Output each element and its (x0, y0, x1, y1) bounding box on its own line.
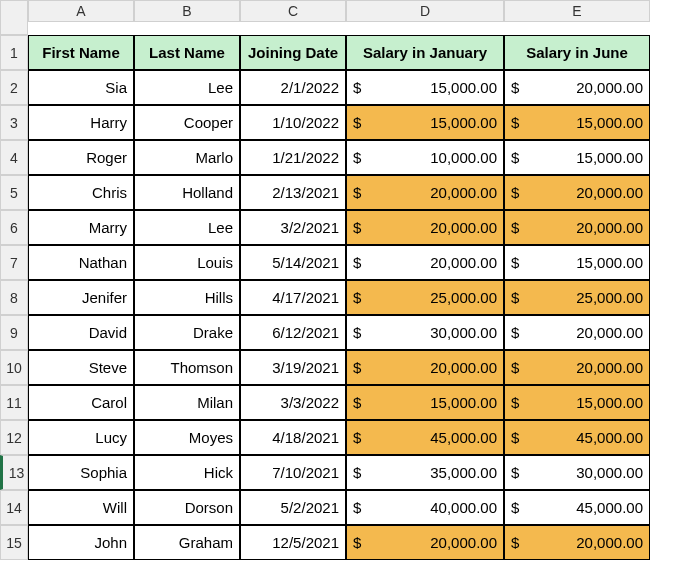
cell-saljan[interactable]: $20,000.00 (346, 525, 504, 560)
salary-value: 20,000.00 (576, 79, 643, 96)
col-header-A[interactable]: A (28, 0, 134, 22)
row-header-6[interactable]: 6 (0, 210, 28, 245)
row-header-14[interactable]: 14 (0, 490, 28, 525)
cell-joindate[interactable]: 3/3/2022 (240, 385, 346, 420)
row-header-11[interactable]: 11 (0, 385, 28, 420)
cell-joindate[interactable]: 4/18/2021 (240, 420, 346, 455)
cell-saljan[interactable]: $15,000.00 (346, 385, 504, 420)
cell-lastname[interactable]: Hick (134, 455, 240, 490)
cell-firstname[interactable]: Carol (28, 385, 134, 420)
cell-joindate[interactable]: 4/17/2021 (240, 280, 346, 315)
currency-symbol: $ (511, 534, 519, 551)
cell-joindate[interactable]: 12/5/2021 (240, 525, 346, 560)
row-header-1[interactable]: 1 (0, 35, 28, 70)
cell-saljun[interactable]: $15,000.00 (504, 245, 650, 280)
cell-joindate[interactable]: 5/14/2021 (240, 245, 346, 280)
col-header-C[interactable]: C (240, 0, 346, 22)
row-header-5[interactable]: 5 (0, 175, 28, 210)
cell-lastname[interactable]: Dorson (134, 490, 240, 525)
cell-firstname[interactable]: Chris (28, 175, 134, 210)
cell-saljan[interactable]: $15,000.00 (346, 105, 504, 140)
row-header-13[interactable]: 13 (0, 455, 28, 490)
cell-lastname[interactable]: Marlo (134, 140, 240, 175)
cell-saljan[interactable]: $20,000.00 (346, 210, 504, 245)
cell-saljun[interactable]: $20,000.00 (504, 210, 650, 245)
cell-firstname[interactable]: Marry (28, 210, 134, 245)
row-header-2[interactable]: 2 (0, 70, 28, 105)
cell-saljan[interactable]: $45,000.00 (346, 420, 504, 455)
cell-firstname[interactable]: Jenifer (28, 280, 134, 315)
cell-firstname[interactable]: Roger (28, 140, 134, 175)
cell-saljun[interactable]: $20,000.00 (504, 70, 650, 105)
header-joindate: Joining Date (240, 35, 346, 70)
col-header-D[interactable]: D (346, 0, 504, 22)
row-header-3[interactable]: 3 (0, 105, 28, 140)
cell-joindate[interactable]: 2/13/2021 (240, 175, 346, 210)
cell-firstname[interactable]: Sia (28, 70, 134, 105)
cell-saljan[interactable]: $25,000.00 (346, 280, 504, 315)
cell-joindate[interactable]: 5/2/2021 (240, 490, 346, 525)
cell-firstname[interactable]: Sophia (28, 455, 134, 490)
cell-firstname[interactable]: Nathan (28, 245, 134, 280)
cell-saljun[interactable]: $30,000.00 (504, 455, 650, 490)
cell-saljan[interactable]: $20,000.00 (346, 245, 504, 280)
cell-firstname[interactable]: Harry (28, 105, 134, 140)
cell-firstname[interactable]: Lucy (28, 420, 134, 455)
col-header-B[interactable]: B (134, 0, 240, 22)
cell-saljan[interactable]: $15,000.00 (346, 70, 504, 105)
cell-saljun[interactable]: $25,000.00 (504, 280, 650, 315)
cell-saljan[interactable]: $40,000.00 (346, 490, 504, 525)
row-header-8[interactable]: 8 (0, 280, 28, 315)
cell-lastname[interactable]: Drake (134, 315, 240, 350)
cell-lastname[interactable]: Moyes (134, 420, 240, 455)
cell-saljan[interactable]: $10,000.00 (346, 140, 504, 175)
cell-saljun[interactable]: $15,000.00 (504, 140, 650, 175)
cell-saljun[interactable]: $20,000.00 (504, 315, 650, 350)
cell-saljun[interactable]: $45,000.00 (504, 490, 650, 525)
cell-joindate[interactable]: 7/10/2021 (240, 455, 346, 490)
cell-saljun[interactable]: $15,000.00 (504, 385, 650, 420)
cell-saljun[interactable]: $15,000.00 (504, 105, 650, 140)
cell-joindate[interactable]: 1/10/2022 (240, 105, 346, 140)
salary-value: 30,000.00 (430, 324, 497, 341)
cell-lastname[interactable]: Graham (134, 525, 240, 560)
row-header-10[interactable]: 10 (0, 350, 28, 385)
col-header-E[interactable]: E (504, 0, 650, 22)
currency-symbol: $ (511, 429, 519, 446)
cell-lastname[interactable]: Thomson (134, 350, 240, 385)
cell-lastname[interactable]: Lee (134, 210, 240, 245)
cell-firstname[interactable]: Steve (28, 350, 134, 385)
cell-joindate[interactable]: 6/12/2021 (240, 315, 346, 350)
cell-saljan[interactable]: $30,000.00 (346, 315, 504, 350)
cell-saljun[interactable]: $20,000.00 (504, 350, 650, 385)
salary-value: 35,000.00 (430, 464, 497, 481)
cell-saljun[interactable]: $20,000.00 (504, 175, 650, 210)
cell-joindate[interactable]: 3/2/2021 (240, 210, 346, 245)
cell-saljun[interactable]: $45,000.00 (504, 420, 650, 455)
cell-saljan[interactable]: $35,000.00 (346, 455, 504, 490)
spreadsheet[interactable]: ABCDE1First NameLast NameJoining DateSal… (0, 0, 673, 560)
cell-lastname[interactable]: Hills (134, 280, 240, 315)
cell-joindate[interactable]: 2/1/2022 (240, 70, 346, 105)
salary-value: 20,000.00 (430, 359, 497, 376)
row-header-9[interactable]: 9 (0, 315, 28, 350)
cell-firstname[interactable]: John (28, 525, 134, 560)
cell-lastname[interactable]: Louis (134, 245, 240, 280)
cell-lastname[interactable]: Holland (134, 175, 240, 210)
cell-joindate[interactable]: 1/21/2022 (240, 140, 346, 175)
cell-lastname[interactable]: Lee (134, 70, 240, 105)
cell-joindate[interactable]: 3/19/2021 (240, 350, 346, 385)
cell-saljan[interactable]: $20,000.00 (346, 350, 504, 385)
cell-saljan[interactable]: $20,000.00 (346, 175, 504, 210)
cell-lastname[interactable]: Cooper (134, 105, 240, 140)
salary-value: 20,000.00 (430, 254, 497, 271)
row-header-7[interactable]: 7 (0, 245, 28, 280)
row-header-4[interactable]: 4 (0, 140, 28, 175)
cell-lastname[interactable]: Milan (134, 385, 240, 420)
cell-firstname[interactable]: David (28, 315, 134, 350)
cell-saljun[interactable]: $20,000.00 (504, 525, 650, 560)
row-header-15[interactable]: 15 (0, 525, 28, 560)
cell-firstname[interactable]: Will (28, 490, 134, 525)
currency-symbol: $ (353, 534, 361, 551)
row-header-12[interactable]: 12 (0, 420, 28, 455)
